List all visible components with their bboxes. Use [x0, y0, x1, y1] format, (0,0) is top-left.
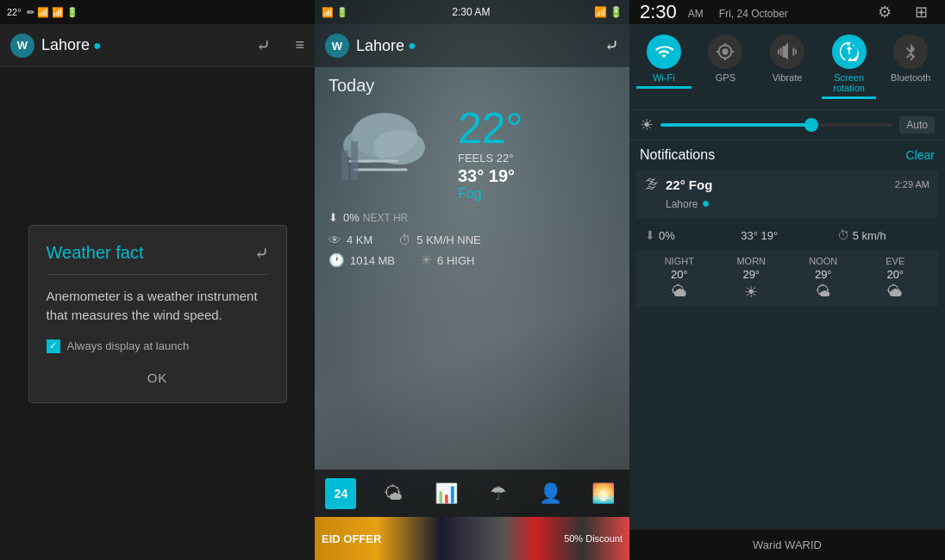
- weather-fact-header: Weather fact ⤶: [47, 243, 269, 275]
- left-menu-button[interactable]: ≡: [295, 36, 304, 54]
- tab-chart[interactable]: 📊: [429, 476, 463, 511]
- notifications-header: Notifications Clear: [629, 140, 945, 170]
- notif-weather-icon: 🌫: [645, 177, 659, 192]
- ok-button[interactable]: OK: [47, 370, 269, 385]
- qs-gps[interactable]: GPS: [695, 31, 757, 103]
- visibility-icon: 👁: [329, 233, 341, 247]
- notif-location-row: Lahore ●: [645, 196, 929, 211]
- svg-rect-6: [351, 141, 358, 180]
- pressure-value: 1014 MB: [350, 254, 395, 267]
- tab-sunrise[interactable]: 🌅: [586, 476, 621, 511]
- forecast-icon-morn: ☀: [744, 283, 758, 302]
- notif-wind: ⏱ 5 km/h: [837, 228, 929, 242]
- forecast-morning: MORN 29° ☀: [716, 256, 788, 302]
- qs-bluetooth[interactable]: Bluetooth: [879, 31, 942, 103]
- weather-details-row: 👁 4 KM ⏱ 5 KM/H NNE: [329, 233, 616, 247]
- notif-wind-value: 5 km/h: [853, 229, 886, 242]
- left-content: Weather fact ⤶ Anemometer is a weather i…: [0, 67, 315, 560]
- precipitation-icon: ⬇: [329, 211, 338, 224]
- tab-today[interactable]: 🌤: [376, 476, 410, 511]
- bluetooth-underline: [883, 86, 938, 89]
- weather-fact-dialog: Weather fact ⤶ Anemometer is a weather i…: [28, 225, 287, 403]
- weather-condition: Fog: [458, 186, 616, 202]
- wind-value: 5 KM/H NNE: [416, 233, 480, 246]
- pressure-icon: 🕐: [329, 252, 345, 268]
- weather-fact-title: Weather fact: [47, 243, 254, 263]
- gps-label: GPS: [716, 72, 735, 83]
- left-status-bar: 22° ✏ 📶 📶 🔋: [0, 0, 315, 24]
- grid-icon-btn[interactable]: ⊞: [907, 0, 935, 26]
- notif-temp-condition: 22° Fog: [666, 177, 712, 192]
- notification-row1: 🌫 22° Fog 2:29 AM: [645, 177, 929, 192]
- qs-vibrate[interactable]: Vibrate: [756, 31, 818, 103]
- middle-status-bar: 📶 🔋 2:30 AM 📶 🔋: [315, 0, 629, 24]
- bluetooth-svg: [901, 42, 920, 61]
- left-time: 22°: [7, 7, 22, 17]
- visibility-value: 4 KM: [347, 233, 372, 246]
- visibility-detail: 👁 4 KM: [329, 233, 372, 247]
- wifi-icon[interactable]: [647, 34, 681, 69]
- forecast-period-eve: EVE: [886, 256, 904, 266]
- svg-point-2: [373, 130, 425, 165]
- clear-notifications-button[interactable]: Clear: [906, 148, 935, 162]
- left-app-icon: W: [10, 34, 34, 58]
- vibrate-icon[interactable]: [770, 34, 804, 69]
- middle-header: W Lahore ● ⤶: [315, 24, 629, 67]
- bottom-tabs: 24 🌤 📊 ☂ 👤 🌅: [315, 470, 629, 517]
- precipitation-label: NEXT HR: [363, 212, 408, 224]
- tab-date-box[interactable]: 24: [325, 478, 356, 509]
- tab-date[interactable]: 24: [323, 476, 358, 511]
- left-share-button[interactable]: ⤶: [256, 35, 271, 56]
- checkbox-label: Always display at launch: [67, 339, 190, 352]
- high-low-temp: 33° 19°: [458, 166, 616, 186]
- auto-brightness-button[interactable]: Auto: [899, 116, 935, 134]
- weather-details-row2: 🕐 1014 MB ✳ 6 HIGH: [329, 252, 616, 268]
- uv-value: 6 HIGH: [437, 254, 474, 267]
- quick-settings-row: Wi-Fi GPS Vibrate: [629, 24, 945, 110]
- weather-main-row: 22° FEELS 22° 33° 19° Fog: [329, 103, 616, 206]
- forecast-temp-eve: 20°: [886, 268, 904, 281]
- notifications-scroll[interactable]: Notifications Clear 🌫 22° Fog 2:29 AM La…: [629, 140, 945, 529]
- checkbox-icon[interactable]: ✓: [47, 339, 60, 353]
- middle-time: 2:30 AM: [452, 6, 490, 18]
- rotation-icon[interactable]: [832, 34, 867, 69]
- vibrate-underline: [760, 86, 815, 89]
- gps-svg: [716, 42, 735, 61]
- left-panel: 22° ✏ 📶 📶 🔋 W Lahore ● ⤶ ≡ Weather fact …: [0, 0, 315, 560]
- middle-share-button[interactable]: ⤶: [604, 35, 619, 56]
- precipitation-value: 0%: [343, 211, 360, 224]
- middle-app-icon: W: [325, 34, 349, 58]
- weather-fact-body: Anemometer is a weather instrument that …: [47, 287, 269, 326]
- forecast-icon-night: 🌥: [672, 283, 687, 301]
- gps-icon[interactable]: [708, 34, 742, 69]
- vibrate-svg: [778, 42, 797, 61]
- right-status-bar: 2:30 AM Fri, 24 October ⚙ ⊞: [629, 0, 945, 24]
- tab-location[interactable]: 👤: [534, 476, 568, 511]
- forecast-period-morn: MORN: [736, 256, 766, 266]
- pressure-detail: 🕐 1014 MB: [329, 252, 395, 268]
- weather-fact-share-button[interactable]: ⤶: [254, 243, 269, 264]
- wifi-svg: [654, 42, 673, 61]
- forecast-period-night: NIGHT: [665, 256, 694, 266]
- weather-icon-area: [329, 103, 449, 206]
- settings-icon-btn[interactable]: ⚙: [871, 0, 898, 26]
- tab-rain[interactable]: ☂: [481, 476, 516, 511]
- notif-wind-icon: ⏱: [837, 228, 849, 242]
- right-time: 2:30: [640, 1, 677, 23]
- brightness-row: ☀ Auto: [629, 110, 945, 140]
- left-header: W Lahore ● ⤶ ≡: [0, 24, 315, 67]
- forecast-icon-eve: 🌥: [887, 283, 903, 301]
- notif-location: Lahore: [666, 198, 698, 210]
- qs-rotation[interactable]: Screen rotation: [818, 31, 880, 103]
- brightness-thumb[interactable]: [804, 118, 818, 132]
- rotation-underline: [822, 96, 877, 99]
- notif-precip-icon: ⬇: [645, 228, 655, 242]
- brightness-slider[interactable]: [660, 123, 892, 127]
- wifi-label: Wi-Fi: [653, 72, 675, 83]
- middle-city-dot: ●: [408, 38, 416, 53]
- weather-fact-checkbox[interactable]: ✓ Always display at launch: [47, 339, 269, 353]
- brightness-fill: [660, 123, 811, 127]
- bluetooth-icon[interactable]: [893, 34, 928, 69]
- qs-wifi[interactable]: Wi-Fi: [633, 31, 695, 103]
- forecast-night: NIGHT 20° 🌥: [643, 256, 716, 302]
